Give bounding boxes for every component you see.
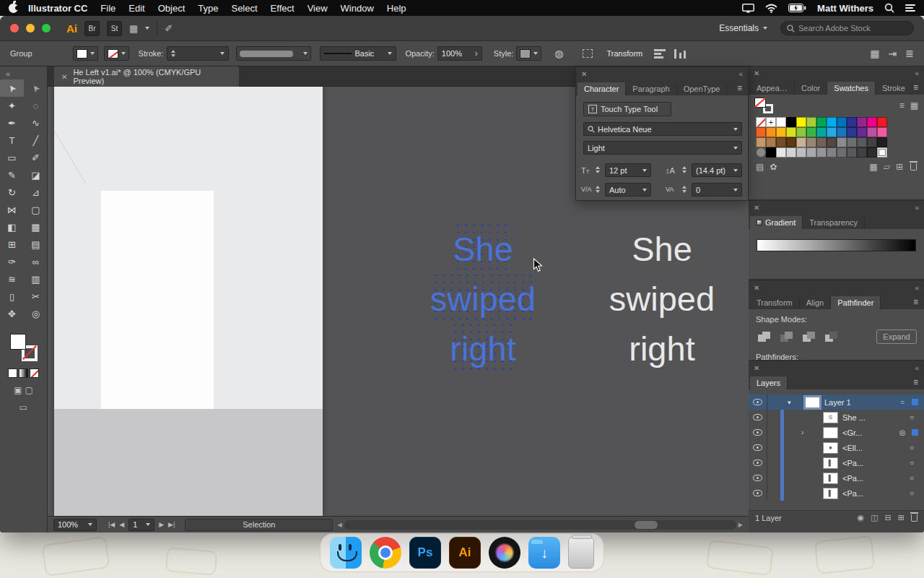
layer-name[interactable]: <Pa... [842,459,905,467]
panel-menu-icon[interactable]: ≡ [913,297,924,309]
swatch[interactable] [776,147,786,158]
layer-name[interactable]: Layer 1 [824,398,896,407]
dock-trash-icon[interactable] [568,537,594,569]
swatch[interactable] [786,137,796,147]
eraser-tool[interactable]: ◪ [24,166,48,184]
layer-name[interactable]: <Gr... [842,428,896,437]
type-tool[interactable]: T [0,131,24,149]
swatch[interactable] [857,137,867,147]
swatch[interactable] [827,117,837,127]
wifi-icon[interactable] [765,4,777,13]
swatch[interactable] [796,117,806,127]
tab-appearance[interactable]: Appearance [750,82,795,95]
font-family-dropdown[interactable]: Helvetica Neue [583,122,742,136]
swatch[interactable] [796,137,806,147]
swatch[interactable] [847,147,857,158]
magic-wand-tool[interactable]: ✦ [0,97,24,114]
last-artboard-button[interactable]: ▶| [168,521,175,528]
selection-tool[interactable]: ➤ [0,79,24,97]
screen-mode-button[interactable]: ▭ [19,402,27,413]
locate-object-icon[interactable]: ◉ [858,513,865,522]
swatch[interactable] [847,117,857,127]
dock-paint-app-icon[interactable] [489,537,520,569]
swatch[interactable] [827,147,837,158]
stepper[interactable] [171,50,175,57]
apple-menu-icon[interactable] [9,4,18,13]
fill-stroke-proxy[interactable] [754,98,773,113]
target-circle[interactable]: ○ [905,413,918,421]
brush-definition-dropdown[interactable]: Basic [320,46,396,61]
text-object[interactable]: She swiped right [561,224,749,374]
paintbrush-tool[interactable]: ✐ [24,149,48,166]
swatch[interactable] [766,127,776,137]
swatch[interactable] [867,117,877,127]
tab-opentype[interactable]: OpenType [677,82,728,95]
minimize-window-button[interactable] [26,24,35,33]
target-circle[interactable]: ◎ [896,428,909,436]
stroke-color-dropdown[interactable] [104,46,129,61]
swatch[interactable] [837,137,847,147]
leading-field[interactable]: (14.4 pt) [692,163,742,177]
gpu-performance-icon[interactable]: ✐ [165,23,173,34]
perspective-grid-tool[interactable]: ▦ [24,218,48,236]
new-color-group-icon[interactable]: ▱ [884,162,890,172]
minus-front-button[interactable] [780,330,796,343]
tab-color[interactable]: Color [795,82,827,95]
swatch[interactable] [837,147,847,158]
menu-help[interactable]: Help [387,3,406,14]
swatch[interactable] [837,117,847,127]
pencil-tool[interactable]: ✎ [0,166,24,184]
first-artboard-button[interactable]: |◀ [108,521,115,528]
slice-tool[interactable]: ✂ [24,288,48,305]
scroll-left-arrow[interactable]: ◀ [337,522,341,528]
visibility-toggle[interactable] [749,486,767,501]
layer-row[interactable]: ▾ Layer 1 ○ [749,394,924,410]
delete-layer-icon[interactable] [911,514,918,522]
notification-center-icon[interactable] [905,4,915,12]
swatch[interactable] [816,127,827,137]
width-profile-dropdown[interactable] [236,46,311,61]
horizontal-scrollbar[interactable]: ◀ ▶ [337,520,743,530]
swatch-selected[interactable] [877,147,887,158]
swatch[interactable] [796,127,806,137]
gradient-tool[interactable]: ▤ [24,236,48,253]
document-setup-icon[interactable] [583,49,593,58]
touch-type-tool-button[interactable]: T Touch Type Tool [583,102,671,116]
thumbnail-view-icon[interactable]: ▦ [910,100,918,111]
tab-transparency[interactable]: Transparency [803,216,865,229]
collapse-panel-icon[interactable]: « [915,204,919,212]
tab-paragraph[interactable]: Paragraph [626,82,676,95]
fill-color-dropdown[interactable] [73,46,98,61]
graphic-style-dropdown[interactable] [516,46,541,61]
previous-artboard-button[interactable]: ◀ [119,521,124,528]
panel-menu-icon[interactable]: ≡ [913,82,924,95]
swatch[interactable] [857,127,867,137]
rotate-tool[interactable]: ↻ [0,184,24,201]
swatch[interactable] [877,137,887,147]
collapse-panel-icon[interactable]: « [915,284,919,292]
menu-edit[interactable]: Edit [128,3,144,14]
visibility-toggle[interactable] [749,410,767,425]
close-panel-icon[interactable]: ✕ [581,70,587,78]
free-transform-tool[interactable]: ▢ [24,201,48,218]
new-layer-icon[interactable]: ⊞ [898,513,905,522]
close-window-button[interactable] [10,24,19,33]
kerning-field[interactable]: Auto [605,183,651,197]
align-horizontal-icon[interactable] [654,49,666,59]
swatch[interactable] [867,127,877,137]
menubar-app-name[interactable]: Illustrator CC [28,3,87,14]
font-size-field[interactable]: 12 pt [605,163,651,177]
selected-text-line[interactable]: right [450,324,515,374]
expand-chevron-icon[interactable]: › [801,428,813,436]
menu-select[interactable]: Select [231,3,257,14]
collapse-tools-icon[interactable]: « [0,66,47,79]
opacity-field[interactable]: 100% › [437,46,482,61]
scale-tool[interactable]: ⊿ [24,184,48,201]
swatch[interactable] [867,147,877,158]
rectangle-tool[interactable]: ▭ [0,149,24,166]
layer-name[interactable]: <Pa... [842,474,905,483]
selected-text-line[interactable]: swiped [430,274,536,324]
artboard-number-field[interactable]: 1 [128,519,154,531]
close-tab-icon[interactable]: ✕ [61,73,67,81]
new-sublayer-icon[interactable]: ⊟ [885,513,892,522]
